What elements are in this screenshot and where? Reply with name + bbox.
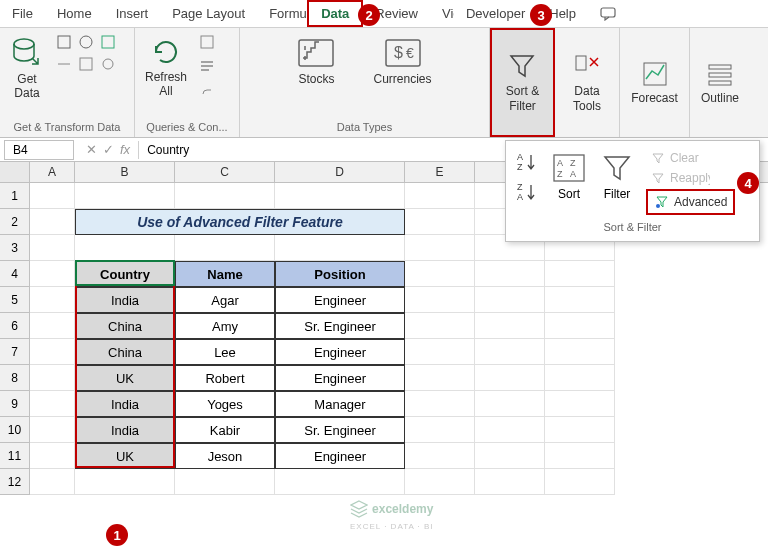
- reapply-button[interactable]: Reapply: [646, 169, 735, 187]
- table-cell[interactable]: Jeson: [175, 443, 275, 469]
- data-tools-button[interactable]: Data Tools: [568, 48, 606, 117]
- svg-rect-12: [576, 56, 586, 70]
- svg-rect-15: [709, 73, 731, 77]
- row-4[interactable]: 4: [0, 261, 30, 287]
- row-9[interactable]: 9: [0, 391, 30, 417]
- sort-za-button[interactable]: ZA: [514, 179, 540, 205]
- table-cell[interactable]: Kabir: [175, 417, 275, 443]
- cancel-icon[interactable]: ✕: [86, 142, 97, 157]
- queries-icon[interactable]: [197, 32, 217, 52]
- forecast-button[interactable]: Forecast: [627, 55, 682, 109]
- table-cell[interactable]: Agar: [175, 287, 275, 313]
- from-range-icon[interactable]: [98, 32, 118, 52]
- tab-developer[interactable]: Developer: [454, 2, 537, 25]
- stocks-icon: [297, 36, 335, 70]
- row-12[interactable]: 12: [0, 469, 30, 495]
- name-box[interactable]: [4, 140, 74, 160]
- header-name[interactable]: Name: [175, 261, 275, 287]
- row-10[interactable]: 10: [0, 417, 30, 443]
- table-cell[interactable]: Engineer: [275, 287, 405, 313]
- tab-formulas[interactable]: Formulas: [257, 2, 307, 25]
- table-cell[interactable]: China: [75, 313, 175, 339]
- table-cell[interactable]: Engineer: [275, 365, 405, 391]
- header-country[interactable]: Country: [75, 261, 175, 287]
- table-cell[interactable]: UK: [75, 443, 175, 469]
- row-1[interactable]: 1: [0, 183, 30, 209]
- edit-links-icon[interactable]: [197, 80, 217, 100]
- existing-conn-icon[interactable]: [76, 54, 96, 74]
- table-cell[interactable]: Manager: [275, 391, 405, 417]
- stocks-button[interactable]: Stocks: [293, 32, 339, 90]
- tab-view[interactable]: View: [430, 2, 454, 25]
- table-cell[interactable]: India: [75, 417, 175, 443]
- callout-3: 3: [530, 4, 552, 26]
- row-5[interactable]: 5: [0, 287, 30, 313]
- filter-button[interactable]: Filter: [598, 149, 636, 203]
- col-E[interactable]: E: [405, 162, 475, 182]
- outline-button[interactable]: Outline: [697, 55, 743, 109]
- currencies-button[interactable]: $€ Currencies: [369, 32, 435, 90]
- table-cell[interactable]: India: [75, 391, 175, 417]
- sort-az-button[interactable]: AZ: [514, 149, 540, 175]
- sort-za-icon: ZA: [516, 181, 538, 203]
- row-7[interactable]: 7: [0, 339, 30, 365]
- funnel-icon: [507, 52, 537, 82]
- sort-button[interactable]: AZZA Sort: [550, 149, 588, 203]
- get-data-button[interactable]: Get Data: [6, 32, 48, 105]
- row-6[interactable]: 6: [0, 313, 30, 339]
- col-A[interactable]: A: [30, 162, 75, 182]
- from-web-icon[interactable]: [76, 32, 96, 52]
- refresh-all-button[interactable]: Refresh All: [141, 32, 191, 103]
- table-cell[interactable]: India: [75, 287, 175, 313]
- table-cell[interactable]: UK: [75, 365, 175, 391]
- properties-icon[interactable]: [197, 56, 217, 76]
- fx-icon[interactable]: fx: [120, 142, 130, 157]
- col-B[interactable]: B: [75, 162, 175, 182]
- sort-az-icon: AZ: [516, 151, 538, 173]
- misc-icon[interactable]: [98, 54, 118, 74]
- sort-filter-button[interactable]: Sort & Filter: [502, 48, 543, 117]
- tab-page-layout[interactable]: Page Layout: [160, 2, 257, 25]
- sort-icon: AZZA: [552, 151, 586, 185]
- table-cell[interactable]: Sr. Engineer: [275, 313, 405, 339]
- table-cell[interactable]: Robert: [175, 365, 275, 391]
- tab-home[interactable]: Home: [45, 2, 104, 25]
- group-label-queries: Queries & Con...: [141, 119, 233, 133]
- table-cell[interactable]: Lee: [175, 339, 275, 365]
- advanced-button[interactable]: Advanced: [646, 189, 735, 215]
- tab-insert[interactable]: Insert: [104, 2, 161, 25]
- comments-icon[interactable]: [588, 3, 628, 25]
- table-cell[interactable]: China: [75, 339, 175, 365]
- from-text-icon[interactable]: [54, 32, 74, 52]
- table-cell[interactable]: Yoges: [175, 391, 275, 417]
- tab-file[interactable]: File: [0, 2, 45, 25]
- clear-button[interactable]: Clear: [646, 149, 735, 167]
- header-position[interactable]: Position: [275, 261, 405, 287]
- svg-text:$: $: [394, 44, 403, 61]
- sort-filter-dropdown: AZ ZA AZZA Sort Filter Clear Reapply Adv…: [505, 140, 760, 242]
- col-D[interactable]: D: [275, 162, 405, 182]
- table-cell[interactable]: Sr. Engineer: [275, 417, 405, 443]
- title-cell[interactable]: Use of Advanced Filter Feature: [75, 209, 405, 235]
- row-3[interactable]: 3: [0, 235, 30, 261]
- svg-rect-2: [58, 36, 70, 48]
- recent-sources-icon[interactable]: [54, 54, 74, 74]
- reapply-icon: [650, 171, 666, 185]
- watermark-icon: [350, 500, 368, 518]
- svg-point-6: [103, 59, 113, 69]
- svg-text:A: A: [557, 158, 563, 168]
- table-cell[interactable]: Engineer: [275, 443, 405, 469]
- table-cell[interactable]: Amy: [175, 313, 275, 339]
- currencies-icon: $€: [384, 36, 422, 70]
- row-2[interactable]: 2: [0, 209, 30, 235]
- table-cell[interactable]: Engineer: [275, 339, 405, 365]
- col-C[interactable]: C: [175, 162, 275, 182]
- enter-icon[interactable]: ✓: [103, 142, 114, 157]
- tab-data[interactable]: Data: [307, 0, 363, 27]
- database-arrow-icon: [10, 36, 44, 70]
- row-8[interactable]: 8: [0, 365, 30, 391]
- select-all-corner[interactable]: [0, 162, 30, 182]
- row-11[interactable]: 11: [0, 443, 30, 469]
- svg-text:Z: Z: [517, 182, 523, 192]
- svg-point-3: [80, 36, 92, 48]
